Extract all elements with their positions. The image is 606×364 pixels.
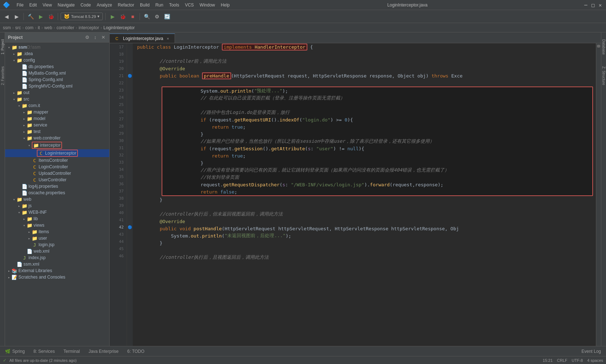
tree-item-db-properties[interactable]: ▸ 📄 db.properties — [5, 63, 109, 70]
right-tab-database[interactable]: Database — [601, 32, 606, 61]
tree-item-idea[interactable]: ▸ 📁 .idea — [5, 50, 109, 57]
tomcat-run-config[interactable]: 🐱 Tomcat 8.5.29 ▾ — [61, 13, 103, 20]
breadcrumb-src[interactable]: src — [15, 25, 21, 30]
tree-item-itemscontroller[interactable]: ▸ C ItemsController — [5, 157, 109, 164]
tree-item-items[interactable]: ▸ 📁 items — [5, 228, 109, 235]
menu-code[interactable]: Code — [78, 2, 93, 8]
bottom-tab-jenterprise[interactable]: Java Enterprise — [85, 348, 122, 355]
spaces-21 — [137, 73, 160, 79]
toolbar-run-tomcat[interactable]: ▶ — [108, 12, 117, 21]
toolbar-debug[interactable]: 🐞 — [47, 12, 55, 21]
menu-navigate[interactable]: Navigate — [56, 2, 77, 8]
toolbar-build[interactable]: 🔨 — [26, 12, 35, 21]
tree-item-uploadcontroller[interactable]: ▸ C UploadController — [5, 170, 109, 177]
toolbar-update[interactable]: 🔄 — [163, 12, 171, 21]
tree-item-oscache[interactable]: ▸ 📄 oscache.properties — [5, 190, 109, 196]
tree-item-out[interactable]: ▸ 📁 out — [5, 89, 109, 96]
cursor-position[interactable]: 15:21 — [543, 358, 553, 363]
tree-item-service[interactable]: ▸ 📁 service — [5, 122, 109, 128]
menu-edit[interactable]: Edit — [27, 2, 39, 8]
tree-item-logincontroller[interactable]: ▸ C LoginController — [5, 164, 109, 170]
breadcrumb-interceptor[interactable]: interceptor — [79, 25, 99, 30]
tree-item-spring-config[interactable]: ▸ 📄 Spring-Config.xml — [5, 76, 109, 83]
toolbar-back[interactable]: ◀ — [2, 12, 11, 21]
tree-item-ssmxml[interactable]: ▸ 📄 ssm.xml — [5, 261, 109, 267]
panel-expand-btn[interactable]: ↕ — [92, 34, 98, 41]
menu-run[interactable]: Run — [153, 2, 166, 8]
close-button[interactable]: ✕ — [597, 2, 603, 8]
panel-close-btn[interactable]: ✕ — [100, 34, 106, 41]
ind-45 — [127, 245, 133, 252]
menu-analyze[interactable]: Analyze — [95, 2, 114, 8]
tab-close-btn[interactable]: × — [165, 36, 170, 41]
tree-item-views[interactable]: ▾ 📁 views — [5, 222, 109, 228]
breadcrumb-it[interactable]: it — [38, 25, 40, 30]
menu-tools[interactable]: Tools — [167, 2, 181, 8]
tree-item-external-libs[interactable]: ▸ 📚 External Libraries — [5, 267, 109, 274]
bottom-tab-todo[interactable]: 6: TODO — [124, 348, 148, 355]
tree-item-webcontroller[interactable]: ▾ 📁 web.controller — [5, 135, 109, 141]
tree-item-config[interactable]: ▾ 📁 config — [5, 57, 109, 63]
toolbar-search[interactable]: 🔍 — [142, 12, 151, 21]
menu-refactor[interactable]: Refactor — [116, 2, 136, 8]
sidebar-tab-favorites[interactable]: 2: Favorites — [0, 61, 5, 90]
toolbar-debug-tomcat[interactable]: 🐞 — [118, 12, 127, 21]
service-arrow: ▸ — [22, 123, 27, 128]
toolbar-stop[interactable]: ■ — [128, 12, 137, 21]
tree-item-springmvc-config[interactable]: ▸ 📄 SpringMVC-Config.xml — [5, 83, 109, 89]
code-content[interactable]: public class LoginInterceptor implements… — [133, 43, 596, 346]
cmt-24: // 在此处可以自己设置页面拦截（登录、注册等操作页面无需拦截） — [167, 95, 345, 101]
scroll-thumb[interactable] — [597, 45, 600, 48]
tree-item-log4j[interactable]: ▸ 📄 log4j.properties — [5, 183, 109, 190]
tree-item-mapper[interactable]: ▸ 📁 mapper — [5, 109, 109, 115]
menu-vcs[interactable]: VCS — [183, 2, 196, 8]
tab-logininterceptor[interactable]: C LoginInterceptor.java × — [110, 34, 175, 43]
tree-item-loginjsp[interactable]: ▸ J login.jsp — [5, 241, 109, 248]
tree-item-webinf[interactable]: ▾ 📁 WEB-INF — [5, 209, 109, 216]
tree-item-comit[interactable]: ▾ 📁 com.it — [5, 102, 109, 109]
tree-item-test[interactable]: ▸ 📁 test — [5, 128, 109, 135]
tree-root[interactable]: ▾ 📁 ssm D:\ssm — [5, 44, 109, 50]
str-31: "user" — [316, 146, 333, 151]
breadcrumb-ssm[interactable]: ssm — [3, 25, 11, 30]
breadcrumb-web[interactable]: web — [44, 25, 52, 30]
tree-item-usercontroller[interactable]: ▸ C UserController — [5, 177, 109, 183]
tree-item-webxml[interactable]: ▸ 📄 web.xml — [5, 248, 109, 254]
tree-item-indexjsp[interactable]: ▸ J index.jsp — [5, 254, 109, 261]
toolbar-forward[interactable]: ▶ — [12, 12, 21, 21]
minimize-button[interactable]: ─ — [583, 2, 589, 8]
menu-file[interactable]: File — [14, 2, 26, 8]
tree-item-lib[interactable]: ▸ 📁 lib — [5, 216, 109, 222]
breadcrumb-controller[interactable]: controller — [57, 25, 74, 30]
tree-item-mybatis-config[interactable]: ▸ 📄 MyBatis-Config.xml — [5, 70, 109, 76]
toolbar-settings[interactable]: ⚙ — [153, 12, 161, 21]
tree-item-js[interactable]: ▸ 📁 js — [5, 203, 109, 209]
logininterceptor-icon: C — [38, 150, 44, 156]
tree-item-interceptor[interactable]: ▾ 📁 interceptor — [5, 141, 109, 149]
maximize-button[interactable]: □ — [590, 2, 596, 8]
menu-build[interactable]: Build — [138, 2, 152, 8]
menu-view[interactable]: View — [40, 2, 54, 8]
sidebar-tab-project[interactable]: 1: Project — [0, 32, 5, 61]
indent-info[interactable]: 4 spaces — [587, 358, 603, 363]
bottom-tab-spring[interactable]: 🌿 Spring — [1, 348, 28, 355]
right-tab-structure[interactable]: Z: Structure — [601, 61, 606, 90]
tree-item-src[interactable]: ▾ 📁 src — [5, 96, 109, 102]
tree-item-user[interactable]: ▸ 📁 user — [5, 235, 109, 241]
tree-item-web[interactable]: ▾ 📁 web — [5, 196, 109, 203]
breadcrumb-logininterceptor[interactable]: LoginInterceptor — [104, 25, 135, 30]
bottom-tab-eventlog[interactable]: Event Log — [578, 348, 605, 355]
line-ending[interactable]: CRLF — [557, 358, 567, 363]
tree-item-logininterceptor[interactable]: ▸ C LoginInterceptor — [5, 149, 109, 157]
tree-item-model[interactable]: ▸ 📁 model — [5, 115, 109, 122]
menu-help[interactable]: Help — [219, 2, 232, 8]
bottom-tab-terminal[interactable]: Terminal — [60, 348, 83, 355]
panel-settings-btn[interactable]: ⚙ — [84, 34, 91, 41]
model-arrow: ▸ — [22, 116, 27, 121]
menu-window[interactable]: Window — [197, 2, 217, 8]
encoding[interactable]: UTF-8 — [572, 358, 583, 363]
tree-item-scratches[interactable]: ▸ 📝 Scratches and Consoles — [5, 274, 109, 280]
breadcrumb-com[interactable]: com — [25, 25, 34, 30]
toolbar-run[interactable]: ▶ — [36, 12, 45, 21]
bottom-tab-services[interactable]: 8: Services — [30, 348, 58, 355]
